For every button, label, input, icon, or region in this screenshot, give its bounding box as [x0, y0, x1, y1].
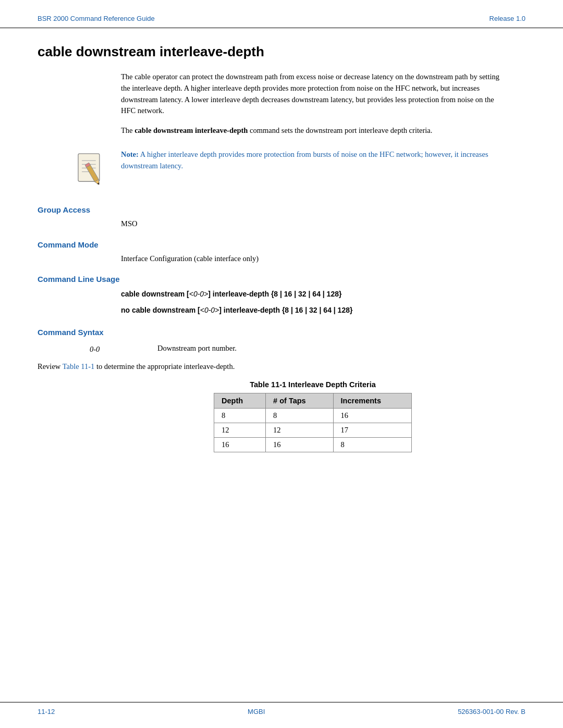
note-text: Note: A higher interleave depth provides… [121, 149, 525, 172]
cell-increments-2: 17 [333, 423, 411, 438]
section-heading-group-access: Group Access [38, 205, 525, 214]
cell-taps-1: 8 [266, 409, 333, 423]
table-row: 8 8 16 [214, 409, 412, 423]
table-row: 16 16 8 [214, 438, 412, 452]
table-container: Table 11-1 Interleave Depth Criteria Dep… [121, 380, 505, 452]
col-header-increments: Increments [333, 393, 411, 409]
table-header-row: Depth # of Taps Increments [214, 393, 412, 409]
review-prefix: Review [38, 362, 63, 371]
note-label: Note: [121, 150, 139, 158]
table-row: 12 12 17 [214, 423, 412, 438]
section-heading-command-line-usage: Command Line Usage [38, 275, 525, 283]
cell-taps-2: 12 [266, 423, 333, 438]
col-header-depth: Depth [214, 393, 266, 409]
cell-increments-1: 16 [333, 409, 411, 423]
footer-center: MGBI [248, 708, 265, 715]
table-header: Depth # of Taps Increments [214, 393, 412, 409]
page-container: BSR 2000 Command Reference Guide Release… [0, 0, 563, 728]
header-right: Release 1.0 [489, 15, 525, 22]
syntax-description: Downstream port number. [157, 344, 505, 354]
body-para2-suffix: command sets the downstream port interle… [248, 126, 432, 134]
header-left: BSR 2000 Command Reference Guide [38, 15, 155, 22]
col-header-taps: # of Taps [266, 393, 333, 409]
section-content-group-access: MSO [121, 218, 505, 230]
review-suffix: to determine the appropriate interleave-… [94, 362, 235, 371]
page-footer: 11-12 MGBI 526363-001-00 Rev. B [0, 702, 563, 728]
footer-left: 11-12 [38, 708, 55, 715]
body-para2-prefix: The [121, 126, 134, 134]
pencil-icon [69, 149, 108, 191]
cell-depth-3: 16 [214, 438, 266, 452]
section-heading-command-mode: Command Mode [38, 240, 525, 249]
page-title: cable downstream interleave-depth [38, 44, 525, 60]
syntax-term: 0-0 [90, 344, 157, 354]
cell-depth-2: 12 [214, 423, 266, 438]
interleave-depth-table: Depth # of Taps Increments 8 8 16 12 12 … [214, 393, 412, 452]
section-content-command-mode: Interface Configuration (cable interface… [121, 253, 505, 265]
body-paragraph-1: The cable operator can protect the downs… [121, 71, 505, 117]
section-heading-command-syntax: Command Syntax [38, 328, 525, 337]
main-content: cable downstream interleave-depth The ca… [0, 44, 563, 686]
table-title: Table 11-1 Interleave Depth Criteria [121, 380, 505, 389]
review-text: Review Table 11-1 to determine the appro… [38, 361, 525, 373]
note-icon [69, 149, 111, 193]
table-body: 8 8 16 12 12 17 16 16 8 [214, 409, 412, 452]
syntax-table: 0-0 Downstream port number. [90, 344, 505, 354]
cell-taps-3: 16 [266, 438, 333, 452]
command-1: cable downstream [<0-0>] interleave-dept… [121, 288, 505, 301]
cell-increments-3: 8 [333, 438, 411, 452]
command-2: no cable downstream [<0-0>] interleave-d… [121, 304, 505, 317]
note-body: A higher interleave depth provides more … [121, 150, 488, 170]
body-para2-bold: cable downstream interleave-depth [134, 126, 248, 134]
footer-right: 526363-001-00 Rev. B [458, 708, 525, 715]
body-paragraph-2: The cable downstream interleave-depth co… [121, 125, 505, 137]
note-box: Note: A higher interleave depth provides… [38, 149, 525, 193]
table-link[interactable]: Table 11-1 [63, 362, 95, 371]
command-line-usage-block: cable downstream [<0-0>] interleave-dept… [121, 288, 505, 317]
cell-depth-1: 8 [214, 409, 266, 423]
page-header: BSR 2000 Command Reference Guide Release… [0, 0, 563, 28]
